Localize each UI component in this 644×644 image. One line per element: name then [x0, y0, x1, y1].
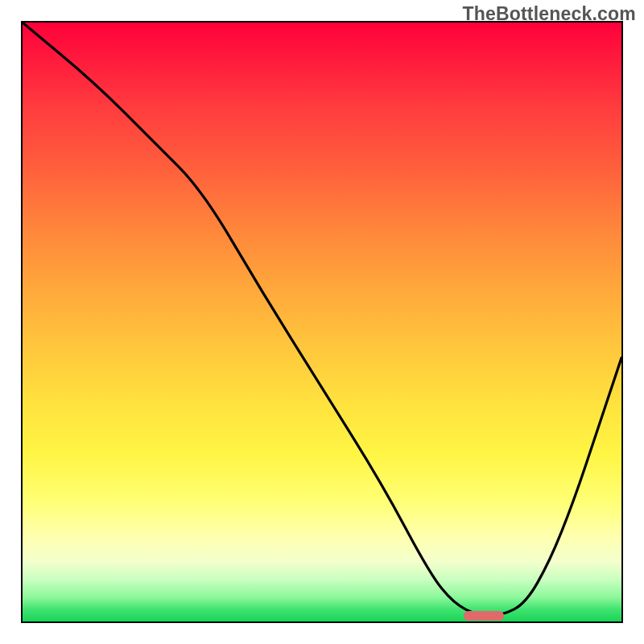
curve-path — [23, 23, 621, 616]
bottleneck-curve — [23, 23, 621, 621]
watermark-text: TheBottleneck.com — [462, 3, 636, 25]
plot-area — [21, 21, 623, 623]
optimal-marker — [464, 611, 504, 621]
chart-canvas: TheBottleneck.com — [0, 0, 644, 644]
